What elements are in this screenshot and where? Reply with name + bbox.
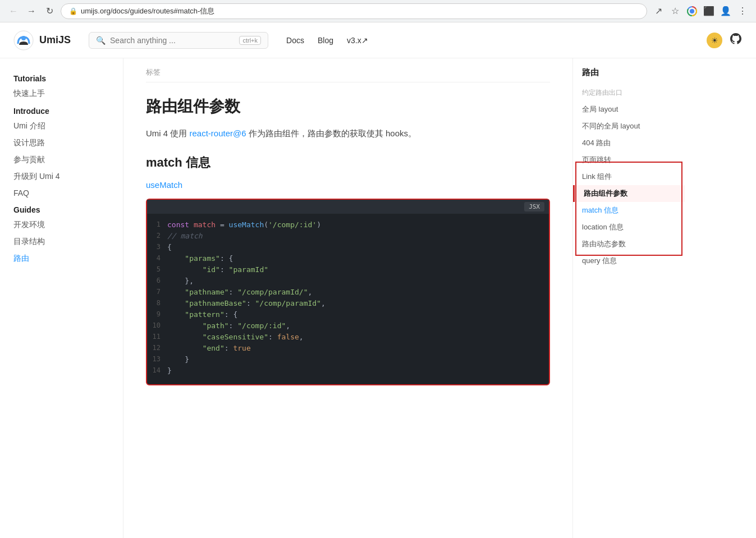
- sidebar-item-design[interactable]: 设计思路: [0, 135, 123, 151]
- search-shortcut: ctrl+k: [239, 36, 261, 45]
- search-input[interactable]: [110, 36, 235, 45]
- profile-button[interactable]: 👤: [719, 4, 732, 18]
- back-button[interactable]: ←: [7, 4, 20, 18]
- intro-text: Umi 4 使用 react-router@6 作为路由组件，路由参数的获取使其…: [146, 126, 550, 141]
- toc-item-diff-layout[interactable]: 不同的全局 layout: [573, 118, 685, 135]
- site-header: UmiJS 🔍 ctrl+k Docs Blog v3.x↗ ☀: [0, 22, 756, 58]
- toc-item-query[interactable]: query 信息: [573, 252, 685, 269]
- code-line-12: 12 "end": true: [147, 344, 549, 355]
- theme-toggle[interactable]: ☀: [707, 33, 722, 48]
- toc-item-link[interactable]: Link 组件: [573, 168, 685, 185]
- address-bar[interactable]: 🔒 umijs.org/docs/guides/routes#match-信息: [61, 3, 647, 19]
- sidebar-title-guides: Guides: [0, 201, 123, 217]
- code-line-2: 2 // match: [147, 232, 549, 243]
- code-header: JSX: [147, 200, 549, 214]
- browser-actions: ↗ ☆ ⬛ 👤 ⋮: [652, 4, 749, 18]
- toc-item-route-params[interactable]: 路由组件参数: [573, 185, 685, 202]
- section-title: match 信息: [146, 154, 550, 171]
- use-match-link[interactable]: useMatch: [146, 180, 550, 190]
- nav-icons: ☀: [707, 32, 743, 49]
- sidebar: Tutorials 快速上手 Introduce Umi 介绍 设计思路 参与贡…: [0, 58, 123, 538]
- code-line-10: 10 "path": "/comp/:id",: [147, 321, 549, 333]
- sidebar-item-faq[interactable]: FAQ: [0, 185, 123, 201]
- code-block: JSX 1 const match = useMatch('/comp/:id'…: [146, 199, 550, 385]
- code-line-1: 1 const match = useMatch('/comp/:id'): [147, 220, 549, 232]
- react-router-link[interactable]: react-router@6: [190, 128, 246, 138]
- sidebar-item-routes[interactable]: 路由: [0, 250, 123, 267]
- intro-before: Umi 4 使用: [146, 128, 190, 138]
- sidebar-section-guides: Guides 开发环境 目录结构 路由: [0, 201, 123, 267]
- sidebar-item-umi-intro[interactable]: Umi 介绍: [0, 118, 123, 135]
- toc-title: 路由: [573, 67, 685, 85]
- logo-icon: [13, 30, 34, 50]
- github-link[interactable]: [729, 32, 743, 49]
- toc-item-layout[interactable]: 全局 layout: [573, 101, 685, 118]
- code-line-5: 5 "id": "paramId": [147, 265, 549, 277]
- code-line-13: 13 }: [147, 355, 549, 366]
- sidebar-item-dir[interactable]: 目录结构: [0, 233, 123, 250]
- v3-link[interactable]: v3.x↗: [347, 36, 368, 45]
- extensions-button[interactable]: ⬛: [702, 4, 716, 18]
- lock-icon: 🔒: [69, 7, 77, 15]
- sidebar-item-devenv[interactable]: 开发环境: [0, 217, 123, 233]
- sidebar-item-quickstart[interactable]: 快速上手: [0, 85, 123, 102]
- toc-item-navigate[interactable]: 页面跳转: [573, 151, 685, 168]
- breadcrumb: 标签: [146, 58, 550, 82]
- code-body: 1 const match = useMatch('/comp/:id') 2 …: [147, 214, 549, 384]
- reload-button[interactable]: ↻: [43, 4, 56, 18]
- code-line-9: 9 "pattern": {: [147, 310, 549, 321]
- menu-button[interactable]: ⋮: [736, 4, 749, 18]
- sidebar-item-upgrade[interactable]: 升级到 Umi 4: [0, 168, 123, 185]
- toc-item-location[interactable]: location 信息: [573, 219, 685, 236]
- main-content: 标签 路由组件参数 Umi 4 使用 react-router@6 作为路由组件…: [123, 58, 572, 538]
- toc-item-404[interactable]: 404 路由: [573, 135, 685, 151]
- page-layout: Tutorials 快速上手 Introduce Umi 介绍 设计思路 参与贡…: [0, 58, 756, 538]
- code-line-6: 6 },: [147, 277, 549, 288]
- svg-point-1: [690, 9, 694, 13]
- search-bar[interactable]: 🔍 ctrl+k: [89, 32, 268, 49]
- code-line-7: 7 "pathname": "/comp/paramId/",: [147, 288, 549, 299]
- share-button[interactable]: ↗: [652, 4, 665, 18]
- code-line-3: 3 {: [147, 243, 549, 254]
- code-line-4: 4 "params": {: [147, 254, 549, 265]
- page-title: 路由组件参数: [146, 96, 550, 117]
- chrome-icon: [685, 4, 699, 18]
- logo-text: UmiJS: [39, 34, 71, 46]
- forward-button[interactable]: →: [25, 4, 38, 18]
- code-line-8: 8 "pathnameBase": "/comp/paramId",: [147, 299, 549, 310]
- logo-area: UmiJS: [13, 30, 71, 50]
- nav-links: Docs Blog v3.x↗: [286, 36, 368, 45]
- intro-after: 作为路由组件，路由参数的获取使其 hooks。: [246, 128, 416, 138]
- bookmark-button[interactable]: ☆: [668, 4, 682, 18]
- url-text: umijs.org/docs/guides/routes#match-信息: [81, 6, 214, 16]
- code-line-14: 14 }: [147, 366, 549, 378]
- browser-chrome: ← → ↻ 🔒 umijs.org/docs/guides/routes#mat…: [0, 0, 756, 22]
- toc-item-0[interactable]: 约定路由出口: [573, 85, 685, 101]
- toc-panel: 路由 约定路由出口 全局 layout 不同的全局 layout 404 路由 …: [572, 58, 685, 538]
- sidebar-title-introduce: Introduce: [0, 102, 123, 118]
- code-line-11: 11 "caseSensitive": false,: [147, 333, 549, 344]
- annotation-container: JSX 1 const match = useMatch('/comp/:id'…: [146, 199, 550, 385]
- code-lang-badge: JSX: [524, 202, 544, 211]
- sidebar-title-tutorials: Tutorials: [0, 70, 123, 85]
- search-icon: 🔍: [96, 36, 106, 45]
- blog-link[interactable]: Blog: [318, 36, 333, 45]
- sidebar-section-tutorials: Tutorials 快速上手: [0, 70, 123, 102]
- svg-point-3: [21, 36, 26, 40]
- sidebar-item-contribute[interactable]: 参与贡献: [0, 151, 123, 168]
- breadcrumb-text: 标签: [146, 68, 161, 76]
- toc-item-dynamic[interactable]: 路由动态参数: [573, 236, 685, 252]
- sidebar-section-introduce: Introduce Umi 介绍 设计思路 参与贡献 升级到 Umi 4 FAQ: [0, 102, 123, 201]
- docs-link[interactable]: Docs: [286, 36, 304, 45]
- toc-item-match[interactable]: match 信息: [573, 202, 685, 219]
